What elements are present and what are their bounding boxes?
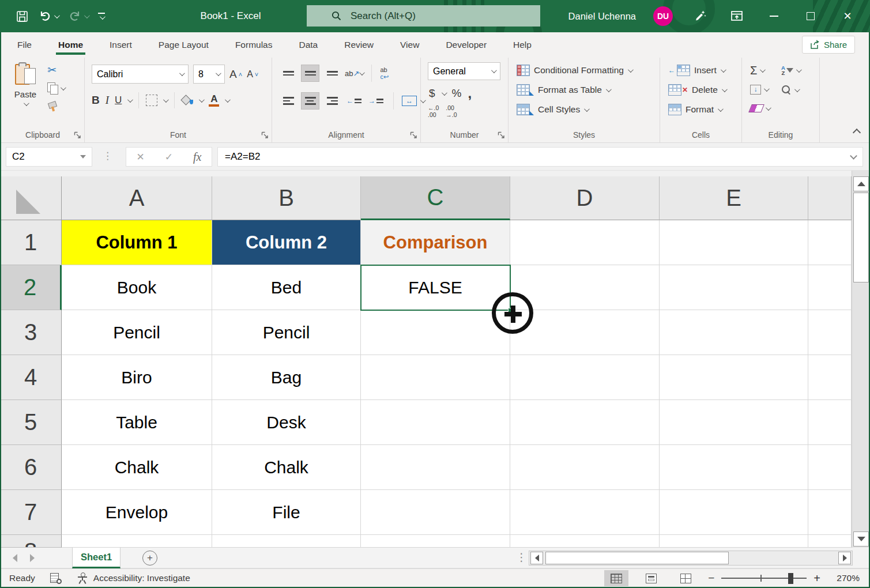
- tab-file[interactable]: File: [16, 32, 33, 58]
- accounting-dropdown-chevron-icon[interactable]: [442, 90, 447, 96]
- tab-insert[interactable]: Insert: [108, 32, 133, 58]
- conditional-formatting-button[interactable]: Conditional Formatting: [517, 65, 632, 76]
- increase-font-size-button[interactable]: A˄: [229, 68, 242, 81]
- decrease-font-size-button[interactable]: A˅: [247, 69, 258, 80]
- page-layout-view-button[interactable]: [639, 570, 663, 586]
- cell-b1[interactable]: Column 2: [212, 220, 361, 265]
- new-sheet-button[interactable]: +: [142, 551, 157, 566]
- macro-record-button[interactable]: [50, 573, 62, 584]
- cell-e4[interactable]: [660, 355, 808, 400]
- cell-b2[interactable]: Bed: [212, 265, 361, 310]
- cell-c7[interactable]: [361, 490, 510, 535]
- cell-c8-partial[interactable]: [361, 535, 510, 548]
- cell-styles-button[interactable]: Cell Styles: [517, 104, 588, 115]
- cell-d1[interactable]: [510, 220, 660, 265]
- font-name-select[interactable]: Calibri: [92, 65, 189, 84]
- cell-f3-partial[interactable]: [808, 310, 852, 355]
- orientation-button[interactable]: ab↗: [345, 69, 363, 78]
- tab-page-layout[interactable]: Page Layout: [157, 32, 210, 58]
- align-left-button[interactable]: [279, 92, 297, 110]
- tab-formulas[interactable]: Formulas: [234, 32, 274, 58]
- cell-a1[interactable]: Column 1: [62, 220, 212, 265]
- font-color-dropdown-chevron-icon[interactable]: [225, 97, 231, 103]
- borders-dropdown-chevron-icon[interactable]: [163, 97, 169, 103]
- cell-e8-partial[interactable]: [660, 535, 808, 548]
- cell-c2-selected[interactable]: FALSE: [361, 265, 510, 310]
- scrollbar-resize-handle[interactable]: ⋮: [516, 550, 527, 565]
- sort-filter-button[interactable]: AZ: [781, 63, 800, 77]
- insert-function-button[interactable]: fx: [193, 150, 201, 164]
- column-header-d[interactable]: D: [510, 176, 660, 220]
- redo-dropdown-chevron-icon[interactable]: [84, 13, 90, 18]
- scroll-right-button[interactable]: [838, 552, 851, 564]
- cell-b6[interactable]: Chalk: [212, 445, 361, 490]
- cell-b4[interactable]: Bag: [212, 355, 361, 400]
- format-as-table-button[interactable]: Format as Table: [517, 84, 610, 96]
- cell-a2[interactable]: Book: [62, 265, 212, 310]
- cell-d5[interactable]: [510, 400, 660, 445]
- formula-input[interactable]: =A2=B2: [217, 147, 863, 167]
- accessibility-status[interactable]: Accessibility: Investigate: [77, 572, 190, 584]
- clipboard-dialog-launcher[interactable]: [73, 131, 81, 139]
- zoom-out-button[interactable]: −: [708, 572, 714, 585]
- percent-style-button[interactable]: %: [452, 87, 462, 100]
- autosum-button[interactable]: Σ: [750, 63, 770, 77]
- underline-button[interactable]: U: [115, 95, 122, 106]
- ribbon-display-options-button[interactable]: [727, 0, 747, 32]
- minimize-button[interactable]: [764, 0, 784, 32]
- merge-center-button[interactable]: ↔: [402, 96, 417, 106]
- normal-view-button[interactable]: [604, 570, 628, 586]
- column-header-c[interactable]: C: [361, 176, 510, 220]
- save-button[interactable]: [16, 10, 28, 22]
- cell-c3[interactable]: [361, 310, 510, 355]
- scroll-down-button[interactable]: [853, 532, 869, 546]
- tab-review[interactable]: Review: [343, 32, 375, 58]
- cell-b5[interactable]: Desk: [212, 400, 361, 445]
- collapse-ribbon-button[interactable]: [853, 129, 861, 137]
- cell-a7[interactable]: Envelop: [62, 490, 212, 535]
- name-box[interactable]: C2: [6, 147, 92, 167]
- fill-button[interactable]: ↓: [750, 82, 770, 96]
- number-dialog-launcher[interactable]: [497, 131, 505, 139]
- cell-e6[interactable]: [660, 445, 808, 490]
- pen-sparkle-button[interactable]: [690, 0, 710, 32]
- column-header-a[interactable]: A: [62, 176, 212, 220]
- borders-button[interactable]: [146, 95, 157, 106]
- format-painter-button[interactable]: [47, 100, 65, 113]
- name-box-dropdown-icon[interactable]: [80, 155, 86, 159]
- row-header-5[interactable]: 5: [0, 400, 62, 445]
- middle-align-button[interactable]: [301, 65, 319, 82]
- cell-e7[interactable]: [660, 490, 808, 535]
- formula-bar-resize-handle[interactable]: ⋮: [103, 150, 112, 163]
- font-size-select[interactable]: 8: [193, 65, 225, 84]
- tab-developer[interactable]: Developer: [445, 32, 488, 58]
- sheet-tab-sheet1[interactable]: Sheet1: [72, 548, 120, 568]
- zoom-in-button[interactable]: +: [813, 572, 820, 585]
- zoom-slider-thumb[interactable]: [788, 573, 793, 584]
- align-right-button[interactable]: [323, 92, 341, 110]
- undo-button[interactable]: [38, 10, 58, 22]
- cell-f4-partial[interactable]: [808, 355, 852, 400]
- maximize-button[interactable]: [801, 0, 820, 32]
- redo-button[interactable]: [68, 10, 88, 22]
- clear-button[interactable]: [750, 101, 770, 115]
- cell-c1[interactable]: Comparison: [361, 220, 510, 265]
- cell-f1-partial[interactable]: [808, 220, 852, 265]
- cell-d7[interactable]: [510, 490, 660, 535]
- vertical-scrollbar-thumb[interactable]: [853, 193, 869, 282]
- customize-quick-access-button[interactable]: [98, 13, 105, 20]
- bottom-align-button[interactable]: [323, 65, 341, 82]
- column-header-e[interactable]: E: [660, 176, 808, 220]
- cell-a4[interactable]: Biro: [62, 355, 212, 400]
- cell-e5[interactable]: [660, 400, 808, 445]
- undo-dropdown-chevron-icon[interactable]: [54, 13, 60, 18]
- bold-button[interactable]: B: [92, 94, 100, 107]
- close-button[interactable]: ✕: [838, 0, 857, 32]
- number-format-select[interactable]: General: [428, 62, 500, 80]
- row-header-4[interactable]: 4: [0, 355, 62, 400]
- column-header-partial[interactable]: [808, 176, 852, 220]
- cell-d8-partial[interactable]: [510, 535, 660, 548]
- delete-cells-button[interactable]: ✕ Delete: [668, 84, 726, 96]
- decrease-decimal-button[interactable]: .00 →.0: [446, 105, 457, 118]
- vertical-scrollbar[interactable]: [852, 171, 870, 548]
